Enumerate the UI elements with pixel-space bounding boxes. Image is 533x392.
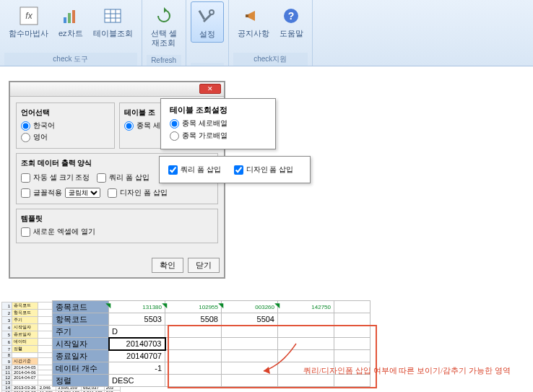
bg-cell[interactable]: 10 [2, 365, 12, 370]
end-val[interactable]: 20140707 [109, 350, 165, 362]
design-form-check-dlg[interactable] [108, 188, 117, 198]
bg-cell[interactable]: 9 [2, 358, 12, 365]
cell-empty[interactable] [334, 375, 370, 387]
bg-cell[interactable]: 종료일자 [12, 331, 38, 339]
bg-cell[interactable] [12, 353, 38, 358]
bg-cell[interactable] [12, 380, 38, 386]
bg-cell[interactable]: 14 [2, 386, 12, 391]
bg-cell[interactable]: 1 [2, 302, 12, 310]
callout-opt1-radio[interactable] [170, 119, 179, 129]
item-0[interactable]: 5503 [109, 313, 165, 326]
bg-cell[interactable]: 7 [2, 346, 12, 353]
table-opt1-radio[interactable] [124, 121, 134, 131]
ribbon-group-settings: 설정 [186, 0, 229, 66]
open-new-check[interactable] [21, 227, 30, 237]
annotation-text: 쿼리/디자인폼 삽입 여부에 따른 보이기/감추기 가능한 영역 [303, 365, 527, 376]
lang-en-radio[interactable] [21, 133, 30, 142]
lang-ko-radio[interactable] [21, 121, 30, 131]
bg-cell[interactable]: 종목코드 [12, 302, 38, 310]
template-title: 템플릿 [21, 214, 213, 224]
cell-empty[interactable] [165, 326, 222, 338]
cell-empty[interactable] [334, 313, 370, 326]
refresh-button[interactable]: 선택 셀 재조회 [147, 1, 181, 51]
bg-cell[interactable]: 2014-04-06 [12, 370, 38, 375]
sort-val[interactable]: DESC [109, 375, 165, 387]
bg-cell[interactable]: 3 [2, 317, 12, 324]
cell-empty[interactable] [334, 350, 370, 362]
bg-cell[interactable]: 2014-04-07 [12, 375, 38, 380]
design-form-check[interactable] [234, 165, 243, 175]
svg-text:fx: fx [25, 11, 32, 21]
count-val[interactable]: -1 [109, 362, 165, 375]
query-form-check[interactable] [168, 165, 178, 175]
start-val[interactable]: 20140703 [109, 338, 165, 350]
settings-button[interactable]: 설정 [191, 1, 224, 43]
callout1-title: 테이블 조회설정 [170, 105, 266, 116]
ribbon-group-check-tools: fx 함수마법사 ez차트 테이블조회 check 도구 [0, 0, 142, 66]
settings-label: 설정 [199, 30, 215, 39]
close-button[interactable]: 닫기 [188, 258, 220, 273]
cell-empty[interactable] [278, 326, 334, 338]
lang-ko-label: 한국어 [33, 121, 55, 131]
bg-cell[interactable]: 시간기준 [12, 358, 38, 365]
bg-cell[interactable]: 6 [2, 339, 12, 346]
dialog-titlebar: ✕ [10, 82, 224, 97]
code-3[interactable]: 142750 [278, 301, 334, 313]
item-2[interactable]: 5504 [222, 313, 278, 326]
item-3[interactable] [278, 313, 334, 326]
fx-icon: fx [17, 4, 40, 27]
bg-cell[interactable]: 시작일자 [12, 324, 38, 331]
ribbon-group-label-4: check지원 [233, 53, 308, 66]
ez-chart-button[interactable]: ez차트 [54, 1, 87, 41]
ok-button[interactable]: 확인 [152, 258, 183, 273]
cell-empty[interactable] [334, 338, 370, 350]
cell-empty[interactable] [222, 326, 278, 338]
period-val[interactable]: D [109, 326, 165, 338]
ribbon-group-refresh: 선택 셀 재조회 Refresh [142, 0, 186, 66]
bg-cell[interactable]: 11 [2, 370, 12, 375]
bg-cell[interactable]: 4 [2, 324, 12, 331]
font-apply-check[interactable] [21, 188, 30, 198]
bg-cell[interactable]: 2 [2, 310, 12, 317]
code-2[interactable]: 003260 [222, 301, 278, 313]
help-button[interactable]: ? 도움말 [275, 1, 308, 41]
item-1[interactable]: 5508 [165, 313, 222, 326]
help-label: 도움말 [280, 29, 303, 38]
bg-cell[interactable]: 주기 [12, 317, 38, 324]
callout-opt2-radio[interactable] [170, 131, 179, 141]
bg-cell[interactable]: 5 [2, 331, 12, 339]
auto-resize-check[interactable] [21, 173, 30, 183]
bg-cell[interactable]: 8 [2, 353, 12, 358]
bg-cell[interactable]: 13 [2, 380, 12, 386]
font-select[interactable]: 굴림체 [65, 188, 100, 198]
cell-empty[interactable] [334, 326, 370, 338]
svg-text:?: ? [288, 10, 295, 22]
bg-cell[interactable]: 항목코드 [12, 310, 38, 317]
svg-rect-4 [72, 10, 75, 23]
code-0[interactable]: 131380 [109, 301, 165, 313]
bg-cell[interactable]: 2014-04-05 [12, 365, 38, 370]
ribbon: fx 함수마법사 ez차트 테이블조회 check 도구 선택 셀 재조회 Re… [0, 0, 533, 66]
ez-chart-label: ez차트 [58, 29, 83, 38]
code-1[interactable]: 102955 [165, 301, 222, 313]
bg-cell[interactable]: 2013-03-26 [12, 386, 38, 391]
cell-empty[interactable] [165, 362, 222, 375]
dialog-close-button[interactable]: ✕ [199, 84, 221, 94]
cell-empty[interactable] [334, 301, 370, 313]
ribbon-group-label-2: Refresh [147, 55, 181, 66]
ribbon-group-label-3 [191, 63, 224, 66]
help-icon: ? [280, 4, 303, 27]
lang-fieldset: 언어선택 한국어 영어 [16, 103, 115, 149]
cell-empty[interactable] [165, 350, 222, 362]
bg-cell[interactable]: 정렬 [12, 346, 38, 353]
query-form-check-dlg[interactable] [97, 173, 106, 183]
auto-resize-label: 자동 셀 크기 조정 [33, 173, 90, 183]
cell-empty[interactable] [165, 375, 222, 387]
fx-wizard-button[interactable]: fx 함수마법사 [4, 1, 53, 41]
cell-empty[interactable] [165, 338, 222, 350]
refresh-label: 선택 셀 재조회 [151, 29, 177, 48]
notice-button[interactable]: 공지사항 [233, 1, 274, 41]
bg-cell[interactable]: 데이터 [12, 339, 38, 346]
table-lookup-button[interactable]: 테이블조회 [89, 1, 137, 41]
bg-cell[interactable]: 12 [2, 375, 12, 380]
